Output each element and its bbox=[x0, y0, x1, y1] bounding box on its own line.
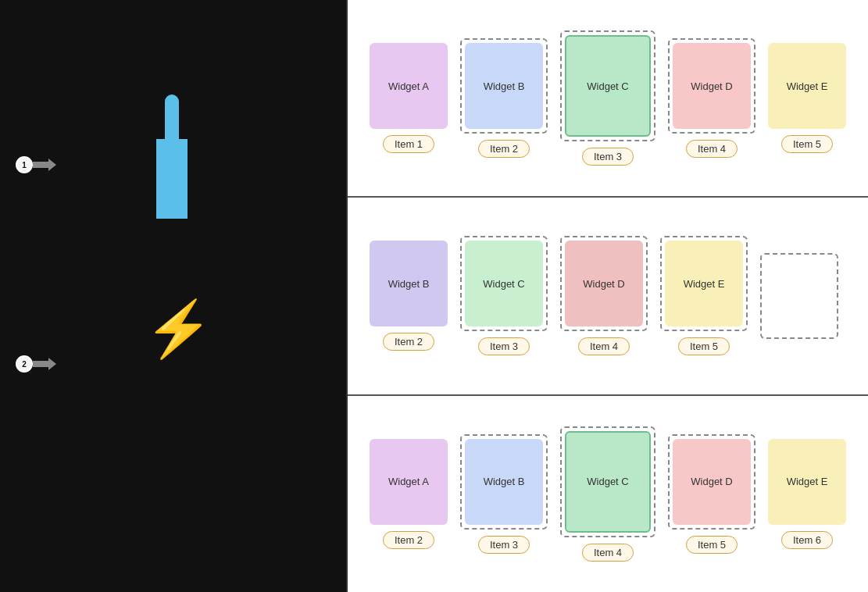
item-label-2-3: Item 4 bbox=[578, 337, 630, 355]
item-label-3-1: Item 2 bbox=[383, 531, 434, 549]
dashed-container-3-2: Widget B bbox=[460, 434, 548, 530]
dashed-container-1-2: Widget B bbox=[460, 38, 548, 134]
main-container: ⚡ 1 2 Widget AItem 1Widget BItem 2Widget… bbox=[0, 0, 868, 592]
left-panel: ⚡ 1 2 bbox=[0, 0, 346, 592]
step1-circle: 1 bbox=[16, 156, 33, 173]
svg-marker-2 bbox=[33, 159, 56, 171]
step1-arrow bbox=[33, 159, 56, 171]
dashed-container-1-3: Widget C bbox=[560, 30, 655, 141]
dashed-container-1-4: Widget D bbox=[668, 38, 755, 134]
item-label-2-1: Item 2 bbox=[383, 333, 434, 351]
widget-box-3-4: Widget D bbox=[673, 439, 751, 525]
item-label-3-4: Item 5 bbox=[686, 536, 738, 554]
widget-slot-3-1: Widget AItem 2 bbox=[370, 439, 448, 549]
widget-box-1-2: Widget B bbox=[465, 43, 543, 129]
step1-indicator: 1 bbox=[16, 156, 56, 173]
widget-slot-3-2: Widget BItem 3 bbox=[460, 434, 548, 554]
right-panel: Widget AItem 1Widget BItem 2Widget CItem… bbox=[346, 0, 868, 592]
widget-row-3: Widget AItem 2Widget BItem 3Widget CItem… bbox=[348, 396, 868, 592]
item-label-1-5: Item 5 bbox=[781, 135, 833, 153]
widget-box-2-1: Widget B bbox=[370, 241, 448, 326]
widget-slot-2-4: Widget EItem 5 bbox=[660, 236, 748, 355]
step2-indicator: 2 bbox=[16, 355, 56, 373]
widget-slot-3-3: Widget CItem 4 bbox=[560, 426, 655, 562]
dashed-container-2-2: Widget C bbox=[460, 236, 548, 331]
item-label-3-2: Item 3 bbox=[478, 536, 530, 554]
dashed-container-3-3: Widget C bbox=[560, 426, 655, 537]
widget-box-1-1: Widget A bbox=[370, 43, 448, 129]
widget-slot-1-1: Widget AItem 1 bbox=[370, 43, 448, 153]
item-label-1-1: Item 1 bbox=[383, 135, 434, 153]
widget-slot-1-3: Widget CItem 3 bbox=[560, 30, 655, 166]
step2-arrow bbox=[33, 358, 56, 370]
widget-box-3-1: Widget A bbox=[370, 439, 448, 525]
widget-box-3-3: Widget C bbox=[565, 431, 651, 533]
widget-box-3-2: Widget B bbox=[465, 439, 543, 525]
item-label-3-3: Item 4 bbox=[582, 544, 634, 562]
widget-slot-3-4: Widget DItem 5 bbox=[668, 434, 755, 554]
widget-slot-1-4: Widget DItem 4 bbox=[668, 38, 755, 158]
dashed-container-2-4: Widget E bbox=[660, 236, 748, 331]
widget-box-2-2: Widget C bbox=[465, 241, 543, 326]
widget-row-2: Widget BItem 2Widget CItem 3Widget DItem… bbox=[348, 198, 868, 395]
widget-slot-2-3: Widget DItem 4 bbox=[560, 236, 648, 355]
widget-slot-2-1: Widget BItem 2 bbox=[370, 241, 448, 351]
item-label-3-5: Item 6 bbox=[781, 531, 833, 549]
item-label-1-3: Item 3 bbox=[582, 148, 634, 166]
item-label-1-4: Item 4 bbox=[686, 140, 738, 158]
item-label-2-4: Item 5 bbox=[678, 337, 730, 355]
widget-box-1-4: Widget D bbox=[673, 43, 751, 129]
lightning-bolt-icon: ⚡ bbox=[145, 297, 213, 361]
widget-box-2-3: Widget D bbox=[565, 241, 643, 326]
widget-box-3-5: Widget E bbox=[768, 439, 846, 525]
widget-slot-2-5 bbox=[760, 253, 838, 339]
widget-row-1: Widget AItem 1Widget BItem 2Widget CItem… bbox=[348, 0, 868, 198]
empty-widget-box bbox=[760, 253, 838, 339]
widget-slot-1-2: Widget BItem 2 bbox=[460, 38, 548, 158]
widget-box-1-3: Widget C bbox=[565, 35, 651, 137]
widget-slot-2-2: Widget CItem 3 bbox=[460, 236, 548, 355]
arrow-down-icon bbox=[156, 94, 188, 219]
widget-box-2-4: Widget E bbox=[665, 241, 743, 326]
item-label-2-2: Item 3 bbox=[478, 337, 530, 355]
dashed-container-3-4: Widget D bbox=[668, 434, 755, 530]
svg-marker-3 bbox=[33, 358, 56, 370]
item-label-1-2: Item 2 bbox=[478, 140, 530, 158]
dashed-container-2-3: Widget D bbox=[560, 236, 648, 331]
widget-box-1-5: Widget E bbox=[768, 43, 846, 129]
widget-slot-3-5: Widget EItem 6 bbox=[768, 439, 846, 549]
step2-circle: 2 bbox=[16, 355, 33, 373]
widget-slot-1-5: Widget EItem 5 bbox=[768, 43, 846, 153]
